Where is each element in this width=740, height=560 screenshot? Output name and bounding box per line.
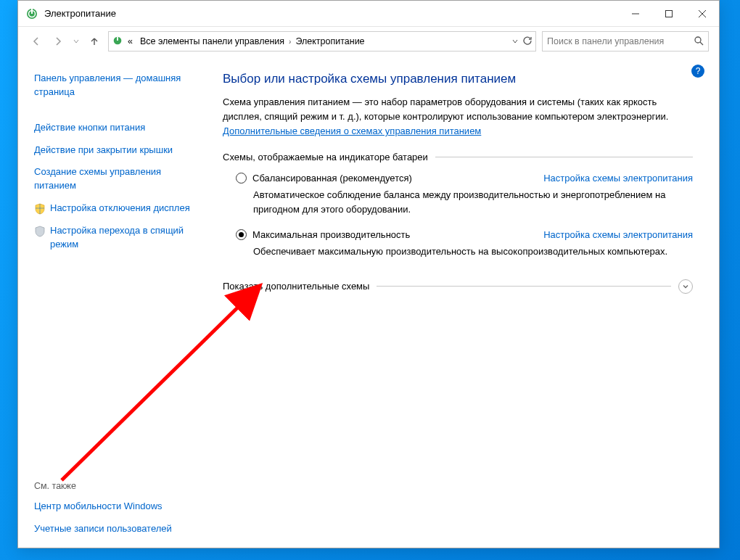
svg-rect-1 xyxy=(31,9,33,14)
svg-line-10 xyxy=(700,42,703,45)
shield-icon xyxy=(34,226,46,237)
sidebar-label: Настройка перехода в спящий режим xyxy=(50,224,191,252)
breadcrumb-all-items[interactable]: Все элементы панели управления xyxy=(137,35,287,48)
nav-back-button[interactable] xyxy=(28,33,44,49)
plan-balanced-desc: Автоматическое соблюдение баланса между … xyxy=(253,188,693,216)
nav-forward-button[interactable] xyxy=(50,33,66,49)
radio-unchecked-icon xyxy=(236,173,247,184)
window-title: Электропитание xyxy=(44,8,619,19)
plan-high-performance: Максимальная производительность Настройк… xyxy=(223,226,693,269)
main-panel: ? Выбор или настройка схемы управления п… xyxy=(201,56,719,548)
plan-high-performance-settings-link[interactable]: Настройка схемы электропитания xyxy=(543,229,693,240)
divider xyxy=(377,286,671,287)
help-icon[interactable]: ? xyxy=(691,65,704,78)
svg-rect-4 xyxy=(666,10,673,17)
see-also-mobility[interactable]: Центр мобильности Windows xyxy=(34,500,191,514)
see-also-label: См. также xyxy=(34,481,191,491)
titlebar: Электропитание xyxy=(18,1,719,27)
address-history-dropdown[interactable] xyxy=(512,36,518,46)
plan-balanced-radio[interactable]: Сбалансированная (рекомендуется) xyxy=(236,173,412,184)
page-title: Выбор или настройка схемы управления пит… xyxy=(223,72,693,86)
sidebar-link-sleep[interactable]: Настройка перехода в спящий режим xyxy=(34,224,191,252)
intro-more-link[interactable]: Дополнительные сведения о схемах управле… xyxy=(223,125,481,136)
plan-name: Сбалансированная (рекомендуется) xyxy=(252,173,412,184)
breadcrumb-power[interactable]: Электропитание xyxy=(292,35,367,48)
sidebar-link-lid-close[interactable]: Действие при закрытии крышки xyxy=(34,144,191,157)
svg-point-9 xyxy=(695,37,701,43)
sidebar-link-power-button[interactable]: Действие кнопки питания xyxy=(34,121,191,135)
svg-rect-8 xyxy=(117,36,118,40)
search-icon xyxy=(694,36,704,48)
search-box[interactable]: Поиск в панели управления xyxy=(542,31,709,52)
plan-name: Максимальная производительность xyxy=(252,229,410,240)
shield-icon xyxy=(34,203,46,215)
sidebar: Панель управления — домашняя страница Де… xyxy=(18,56,201,548)
intro-text: Схема управления питанием — это набор па… xyxy=(223,95,693,139)
search-placeholder: Поиск в панели управления xyxy=(547,36,664,46)
sidebar-home-link[interactable]: Панель управления — домашняя страница xyxy=(34,72,191,99)
intro-body: Схема управления питанием — это набор па… xyxy=(223,96,668,122)
plan-high-performance-desc: Обеспечивает максимальную производительн… xyxy=(253,244,693,259)
navbar: « Все элементы панели управления › Элект… xyxy=(18,27,719,56)
sidebar-link-create-plan[interactable]: Создание схемы управления питанием xyxy=(34,165,191,193)
nav-up-button[interactable] xyxy=(86,33,102,49)
address-bar[interactable]: « Все элементы панели управления › Элект… xyxy=(108,31,536,52)
app-icon xyxy=(25,7,38,20)
content-body: Панель управления — домашняя страница Де… xyxy=(18,56,719,548)
battery-plans-group-header: Схемы, отображаемые на индикаторе батаре… xyxy=(223,152,693,162)
sidebar-label: Настройка отключения дисплея xyxy=(50,202,190,215)
breadcrumb-root-chevrons[interactable]: « xyxy=(125,35,136,48)
show-additional-plans-expander[interactable]: Показать дополнительные схемы xyxy=(223,279,693,294)
divider xyxy=(435,157,693,157)
nav-recent-dropdown[interactable] xyxy=(72,33,81,49)
plan-balanced-settings-link[interactable]: Настройка схемы электропитания xyxy=(543,173,693,184)
chevron-right-icon: › xyxy=(289,38,291,46)
expander-label: Показать дополнительные схемы xyxy=(223,281,369,292)
address-icon xyxy=(112,35,123,49)
plan-balanced: Сбалансированная (рекомендуется) Настрой… xyxy=(223,170,693,226)
power-options-window: Электропитание « Все элементы xyxy=(17,0,720,548)
minimize-button[interactable] xyxy=(619,1,652,27)
group-label: Схемы, отображаемые на индикаторе батаре… xyxy=(223,152,428,162)
close-button[interactable] xyxy=(686,1,719,27)
maximize-button[interactable] xyxy=(652,1,686,27)
see-also-users[interactable]: Учетные записи пользователей xyxy=(34,522,191,536)
sidebar-link-display-off[interactable]: Настройка отключения дисплея xyxy=(34,202,191,215)
plan-high-performance-radio[interactable]: Максимальная производительность xyxy=(236,229,410,240)
chevron-down-icon xyxy=(678,279,693,294)
radio-checked-icon xyxy=(236,229,247,240)
refresh-button[interactable] xyxy=(522,36,533,48)
